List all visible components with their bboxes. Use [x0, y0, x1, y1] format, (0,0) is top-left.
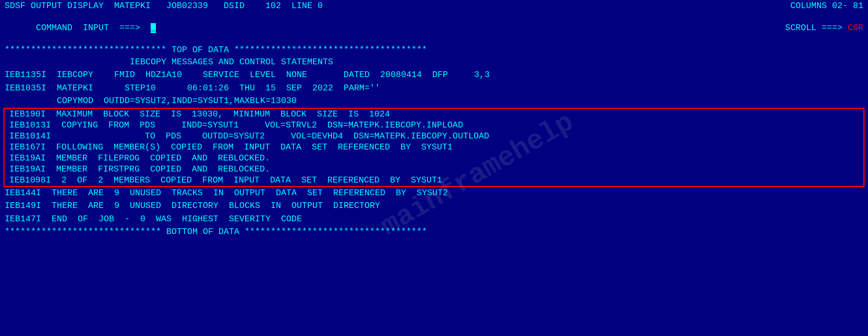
bottom-divider: ****************************** BOTTOM OF… [0, 226, 868, 238]
header-row-1: SDSF OUTPUT DISPLAY MATEPKI JOB02339 DSI… [0, 0, 868, 12]
hl-line-1: IEB1013I COPYING FROM PDS INDD=SYSUT1 VO… [5, 120, 863, 131]
command-prompt: COMMAND INPUT ===> _ [5, 13, 156, 43]
messages-control-line: IEBCOPY MESSAGES AND CONTROL STATEMENTS [0, 56, 868, 69]
line-ieb1135: IEB1135I IEBCOPY FMID HDZ1A10 SERVICE LE… [0, 69, 868, 82]
line-copymod: COPYMOD OUTDD=SYSUT2,INDD=SYSUT1,MAXBLK=… [0, 95, 868, 108]
line-ieb144: IEB144I THERE ARE 9 UNUSED TRACKS IN OUT… [0, 187, 868, 200]
hl-line-0: IEB190I MAXIMUM BLOCK SIZE IS 13030, MIN… [5, 109, 863, 120]
top-divider: ******************************* TOP OF D… [0, 44, 868, 56]
hl-line-3: IEB167I FOLLOWING MEMBER(S) COPIED FROM … [5, 142, 863, 153]
hl-line-4: IEB19AI MEMBER FILEPROG COPIED AND REBLO… [5, 153, 863, 164]
hl-line-6: IEB1098I 2 OF 2 MEMBERS COPIED FROM INPU… [5, 175, 863, 186]
line-ieb147: IEB147I END OF JOB - 0 WAS HIGHEST SEVER… [0, 213, 868, 226]
columns-info: COLUMNS 02- 81 [790, 1, 863, 11]
highlight-box: IEB190I MAXIMUM BLOCK SIZE IS 13030, MIN… [3, 108, 865, 187]
hl-line-2: IEB1014I TO PDS OUTDD=SYSUT2 VOL=DEVHD4 … [5, 131, 863, 142]
post-highlight-lines: IEB144I THERE ARE 9 UNUSED TRACKS IN OUT… [0, 187, 868, 226]
scroll-csr: CSR [848, 23, 863, 33]
command-row: COMMAND INPUT ===> _ SCROLL ===> CSR [0, 12, 868, 44]
cursor-block: _ [151, 23, 156, 33]
main-screen: SDSF OUTPUT DISPLAY MATEPKI JOB02339 DSI… [0, 0, 868, 336]
pre-highlight-lines: IEB1135I IEBCOPY FMID HDZ1A10 SERVICE LE… [0, 69, 868, 108]
header-title: SDSF OUTPUT DISPLAY MATEPKI JOB02339 DSI… [5, 1, 323, 11]
scroll-info: SCROLL ===> CSR [754, 13, 863, 43]
hl-line-5: IEB19AI MEMBER FIRSTPRG COPIED AND REBLO… [5, 164, 863, 175]
line-ieb149: IEB149I THERE ARE 9 UNUSED DIRECTORY BLO… [0, 200, 868, 213]
line-ieb1035: IEB1035I MATEPKI STEP10 06:01:26 THU 15 … [0, 82, 868, 95]
